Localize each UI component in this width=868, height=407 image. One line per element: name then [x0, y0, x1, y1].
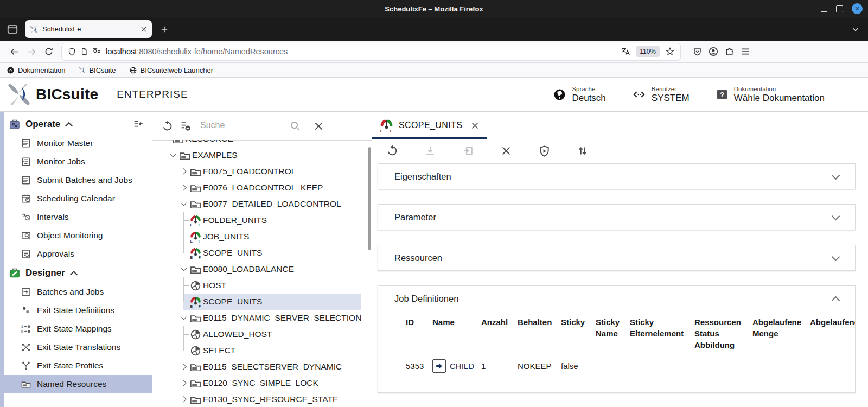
page-info-icon[interactable] — [80, 47, 88, 56]
tree-item[interactable]: SCOPE_UNITS — [152, 245, 372, 261]
refresh-tree-icon[interactable] — [158, 120, 176, 132]
code-brackets-icon — [632, 87, 646, 101]
url-bar[interactable]: localhost:8080/schedulix-fe/home/NamedRe… — [62, 43, 680, 60]
card-header-job-definitionen[interactable]: Job Definitionen — [378, 286, 855, 311]
permissions-icon[interactable] — [92, 47, 101, 56]
tree-item[interactable]: SELECT — [152, 342, 372, 359]
tree-item[interactable]: E0115_SELECTSERVER_DYNAMIC — [152, 359, 372, 375]
back-button[interactable] — [5, 43, 23, 60]
card-header-parameter[interactable]: Parameter — [378, 205, 855, 230]
menu-icon[interactable] — [740, 46, 751, 57]
collapse-sidebar-icon[interactable] — [133, 119, 144, 130]
pocket-icon[interactable] — [692, 47, 703, 57]
tree-item[interactable]: E0080_LOADBALANCE — [152, 261, 372, 277]
translate-icon[interactable] — [621, 47, 630, 56]
card-header-eigenschaften[interactable]: Eigenschaften — [378, 164, 855, 189]
chevron-down-icon[interactable] — [832, 252, 840, 261]
chevron-right-icon[interactable] — [178, 182, 189, 193]
delete-icon[interactable] — [500, 145, 512, 157]
clone-icon[interactable] — [462, 145, 474, 157]
close-button[interactable]: ✕ — [852, 3, 863, 14]
tree-item[interactable]: EXAMPLES — [152, 147, 372, 163]
search-icon[interactable] — [289, 120, 301, 132]
tree-item[interactable]: E0076_LOADCONTROL_KEEP — [152, 180, 372, 196]
chevron-down-icon[interactable] — [832, 171, 840, 180]
chevron-down-icon[interactable] — [168, 150, 178, 161]
card-header-ressourcen[interactable]: Ressourcen — [378, 245, 855, 270]
sidebar-item-exit-state-mappings[interactable]: Exit State Mappings — [0, 320, 152, 338]
chevron-up-icon[interactable] — [832, 296, 840, 304]
chevron-down-icon[interactable] — [832, 212, 840, 220]
job-link-child[interactable]: CHILD — [450, 361, 474, 371]
tree-item[interactable]: E0115_DYNAMIC_SERVER_SELECTION — [152, 310, 372, 326]
tree-scrollbar[interactable] — [368, 147, 371, 250]
close-tab-icon[interactable] — [470, 121, 480, 130]
browser-tab[interactable]: SchedulixFe — [25, 20, 152, 38]
sidebar-scroll-strip[interactable] — [0, 112, 4, 407]
language-selector[interactable]: SpracheDeutsch — [553, 86, 605, 104]
new-tab-button[interactable] — [159, 24, 169, 34]
sidebar-item-monitor-master[interactable]: Monitor Master — [0, 134, 152, 152]
tree-item[interactable]: FOLDER_UNITS — [152, 212, 372, 228]
sidebar-item-exit-state-translations[interactable]: Exit State Translations — [0, 338, 152, 357]
tree-item[interactable]: E0077_DETAILED_LOADCONTROL — [152, 196, 372, 212]
zoom-level-badge[interactable]: 110% — [636, 46, 660, 57]
documentation-selector[interactable]: DokumentationWähle Dokumentation — [716, 86, 825, 104]
bookmark-web-launcher[interactable]: BICsuite!web Launcher — [129, 66, 213, 74]
sidebar-item-exit-state-definitions[interactable]: Exit State Definitions — [0, 301, 152, 320]
sidebar-item-batches-and-jobs[interactable]: Batches and Jobs — [0, 283, 152, 301]
reload-button[interactable] — [40, 43, 58, 60]
sidebar-item-exit-state-profiles[interactable]: Exit State Profiles — [0, 357, 152, 375]
tab-scope-units[interactable]: SCOPE_UNITS — [372, 118, 480, 133]
tree-item-selected[interactable]: SCOPE_UNITS — [152, 294, 372, 310]
list-all-tabs-icon[interactable] — [851, 24, 860, 34]
sidebar-item-named-resources[interactable]: Named Resources — [0, 375, 152, 393]
search-input[interactable] — [199, 119, 277, 132]
chevron-down-icon[interactable] — [178, 264, 189, 275]
sidebar-item-approvals[interactable]: Approvals — [0, 245, 152, 263]
tree-item[interactable]: E0075_LOADCONTROL — [152, 163, 372, 180]
chevron-right-icon[interactable] — [178, 394, 189, 405]
sidebar-item-monitor-jobs[interactable]: Monitor Jobs — [0, 152, 152, 171]
tree-item[interactable]: E0120_SYNC_SIMPLE_LOCK — [152, 375, 372, 391]
tree-connector — [183, 285, 189, 286]
tree-item[interactable]: RESOURCE — [152, 140, 372, 147]
tree-item[interactable]: ALLOWED_HOST — [152, 326, 372, 342]
chevron-right-icon[interactable] — [178, 378, 189, 389]
sidebar-section-designer[interactable]: Designer — [0, 263, 152, 283]
sidebar-section-operate[interactable]: Operate — [0, 115, 152, 134]
tree-item[interactable]: E0130_SYNC_RESOURCE_STATE — [152, 391, 372, 407]
extensions-icon[interactable] — [724, 47, 735, 57]
url-text[interactable]: localhost:8080/schedulix-fe/home/NamedRe… — [106, 47, 621, 56]
sort-icon[interactable] — [577, 145, 589, 157]
tree-item[interactable]: HOST — [152, 277, 372, 294]
forward-button[interactable] — [23, 43, 40, 60]
clear-search-icon[interactable] — [313, 120, 324, 132]
shield-icon[interactable] — [67, 47, 76, 56]
bookmark-star-icon[interactable] — [665, 47, 675, 56]
maximize-button[interactable] — [836, 5, 843, 12]
shield-run-icon[interactable] — [538, 145, 551, 157]
sidebar-item-intervals[interactable]: Intervals — [0, 208, 152, 226]
job-arrow-icon[interactable] — [432, 359, 446, 373]
firefox-view-icon[interactable] — [7, 23, 18, 35]
sidebar-item-submit-batches[interactable]: Submit Batches and Jobs — [0, 171, 152, 189]
chevron-right-icon[interactable] — [178, 166, 189, 177]
user-menu[interactable]: BenutzerSYSTEM — [632, 86, 690, 104]
bookmark-bicsuite[interactable]: BICsuite — [78, 66, 116, 74]
sidebar-item-object-monitoring[interactable]: Object Monitoring — [0, 226, 152, 245]
account-icon[interactable] — [708, 46, 719, 57]
bookmark-dokumentation[interactable]: Dokumentation — [7, 66, 65, 74]
tab-close-icon[interactable] — [140, 26, 148, 33]
chevron-right-icon[interactable] — [178, 361, 189, 372]
chevron-down-icon[interactable] — [178, 199, 189, 209]
sidebar-item-scheduling-calendar[interactable]: Scheduling Calendar — [0, 189, 152, 208]
resource-tree-panel: RESOURCE EXAMPLES E0075_LOADCONTROL E007… — [152, 112, 372, 407]
save-icon[interactable] — [424, 145, 436, 157]
minimize-button[interactable] — [821, 10, 827, 12]
filter-list-icon[interactable] — [176, 120, 195, 132]
chevron-down-icon[interactable] — [178, 313, 189, 323]
tree-item[interactable]: JOB_UNITS — [152, 228, 372, 245]
folder-icon — [189, 198, 202, 211]
refresh-icon[interactable] — [386, 145, 398, 157]
